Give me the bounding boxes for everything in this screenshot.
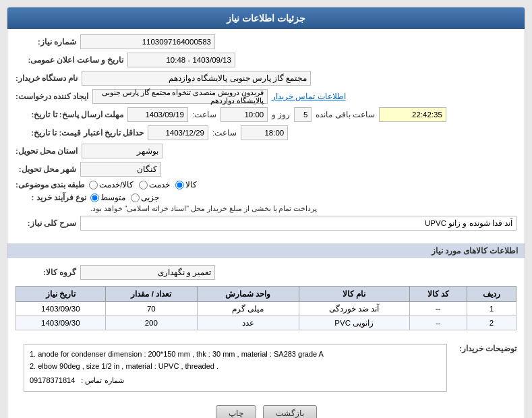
- col-radif: ردیف: [467, 287, 516, 302]
- hadaqal-saat-label: ساعت:: [212, 128, 237, 138]
- hadaqal-date-value: 1403/12/29: [148, 125, 208, 140]
- phone-label: شماره تماس :: [81, 376, 123, 384]
- shomare-niaz-label: شماره نیاز:: [16, 37, 76, 47]
- shahr-value: کنگان: [80, 162, 161, 177]
- tabaqe-khidmat[interactable]: خدمت: [139, 180, 170, 189]
- page-title: جزئیات اطلاعات نیاز: [227, 13, 305, 24]
- hadaqal-label: حداقل تاریخ اعتبار قیمت: تا تاریخ:: [16, 128, 144, 138]
- mohlat-baqi-value: 22:42:35: [379, 107, 446, 122]
- tozi-line2: 2. elbow 90deg , size 1/2 in , material …: [30, 361, 441, 373]
- ostan-label: استان محل تحویل:: [16, 146, 78, 156]
- tozi-line1: 1. anode for condenser dimension : 200*1…: [30, 349, 441, 361]
- noefar-label: نوع فرآیند خرید :: [16, 193, 86, 202]
- tozi-label: توضیحات خریدار:: [459, 340, 516, 353]
- shahr-label: شهر محل تحویل:: [16, 165, 76, 174]
- noeFar-radio-group: متوسط جزیی: [90, 193, 159, 202]
- back-button[interactable]: بازگشت: [263, 405, 317, 418]
- col-vahed: واحد شمارش: [197, 287, 299, 302]
- serh-input[interactable]: [80, 216, 516, 231]
- table-row: 2--زانویی PVCعدد2001403/09/30: [16, 316, 516, 330]
- mohlat-rooz-label: روز و: [272, 110, 290, 119]
- kala-table: ردیف کد کالا نام کالا واحد شمارش تعداد /…: [16, 286, 516, 330]
- phone-value: 09178371814: [30, 376, 75, 384]
- tabaqe-kala-khidmat[interactable]: کالا/خدمت: [89, 180, 134, 189]
- ostan-value: بوشهر: [82, 144, 162, 158]
- tabaqe-kala[interactable]: کالا: [175, 180, 197, 189]
- noefar-note: پرداخت تمام یا بخشی از مبلغ خریدار محل "…: [90, 204, 317, 212]
- tarikh-label: تاریخ و ساعت اعلان عمومی:: [16, 55, 123, 65]
- groupe-kala-value: تعمیر و نگهداری: [80, 265, 215, 280]
- tabaqe-radio-group: کالا/خدمت خدمت کالا: [89, 180, 197, 189]
- tozi-box: 1. anode for condenser dimension : 200*1…: [16, 340, 455, 396]
- ijad-label: ایجاد کننده درخواست:: [16, 92, 88, 101]
- nam-dastgah-label: نام دستگاه خریدار:: [16, 73, 78, 83]
- tarikh-value: 1403/09/13 - 10:48: [127, 53, 235, 67]
- col-tedad: تعداد / مقدار: [105, 287, 197, 302]
- mohlat-saat-label: ساعت:: [192, 110, 216, 119]
- kala-info-divider: اطلاعات کالاهای مورد نیاز: [7, 243, 525, 258]
- table-row: 1--آند ضد خوردگیمیلی گرم701403/09/30: [16, 302, 516, 316]
- shomare-niaz-value: 1103097164000583: [80, 34, 215, 49]
- page-header: جزئیات اطلاعات نیاز: [7, 7, 525, 29]
- mohlat-date-value: 1403/09/19: [127, 107, 188, 122]
- col-tarikh: تاریخ نیاز: [16, 287, 106, 302]
- mohlat-baqi-label: ساعت باقی مانده: [316, 110, 374, 119]
- button-row: بازگشت چاپ: [7, 400, 525, 418]
- ijad-value: فریدون درویش منصدی تنخواه مجتمع گاز پارس…: [92, 89, 268, 104]
- print-button[interactable]: چاپ: [216, 405, 256, 418]
- mohlat-label: مهلت ارسال پاسخ: تا تاریخ:: [16, 110, 123, 119]
- col-name: نام کالا: [299, 287, 409, 302]
- nam-dastgah-value: مجتمع گاز پارس جنوبی پالایشگاه دوازدهم: [82, 71, 311, 86]
- noefar-jozi[interactable]: جزیی: [131, 193, 159, 202]
- serh-label: سرح کلی نیاز:: [16, 218, 76, 228]
- hadaqal-saat-value: 18:00: [241, 125, 288, 140]
- tamas-link[interactable]: اطلاعات تماس خریدار: [272, 92, 345, 101]
- noefar-motavasset[interactable]: متوسط: [90, 193, 125, 202]
- groupe-kala-label: گروه کالا:: [16, 268, 76, 277]
- mohlat-rooz-value: 5: [294, 107, 312, 122]
- mohlat-saat-value: 10:00: [220, 107, 268, 122]
- tabaqe-label: طبقه بندی موضوعی:: [16, 180, 85, 189]
- col-kod: کد کالا: [409, 287, 467, 302]
